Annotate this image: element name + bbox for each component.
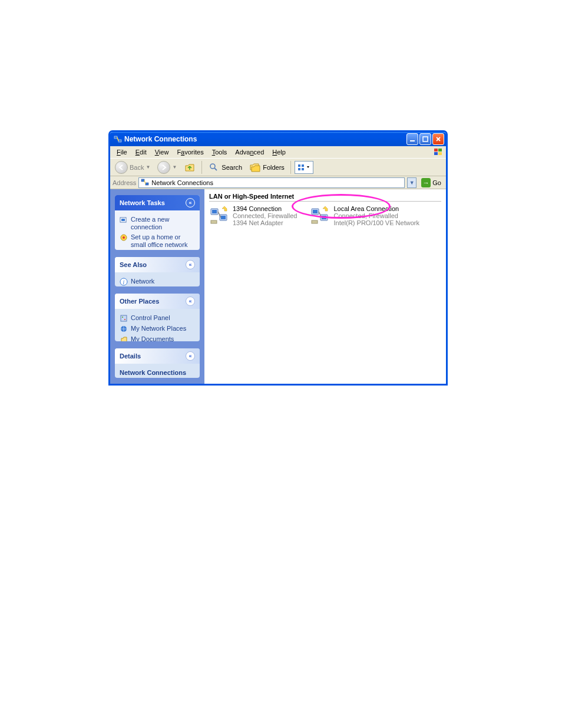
network-connections-icon: [114, 135, 122, 143]
control-panel-icon: [120, 314, 128, 322]
minimize-button[interactable]: [406, 133, 418, 145]
menu-advanced[interactable]: Advanced: [231, 147, 268, 157]
window-controls: [406, 133, 444, 145]
task-create-connection[interactable]: Create a new connection: [120, 215, 195, 232]
task-setup-network[interactable]: Set up a home or small office network: [120, 232, 195, 250]
back-label: Back: [130, 164, 144, 171]
content-area: LAN or High-Speed Internet: [204, 189, 446, 384]
toolbar-separator: [201, 161, 202, 174]
address-dropdown-button[interactable]: ▼: [407, 177, 416, 188]
titlebar[interactable]: Network Connections: [110, 132, 446, 146]
collapse-icon[interactable]: «: [186, 260, 195, 269]
close-button[interactable]: [432, 133, 444, 145]
svg-rect-7: [438, 152, 442, 155]
addressbar: Address Network Connections ▼ → Go: [110, 176, 446, 189]
menu-help[interactable]: Help: [268, 147, 290, 157]
menu-edit[interactable]: Edit: [131, 147, 151, 157]
svg-rect-35: [313, 210, 318, 213]
collapse-icon[interactable]: «: [186, 198, 195, 207]
go-button[interactable]: → Go: [419, 177, 444, 188]
toolbar: Back ▼ ▼ Search: [110, 158, 446, 176]
menu-file[interactable]: File: [113, 147, 131, 157]
connections-row: 1394 Connection Connected, Firewalled 13…: [209, 205, 441, 226]
folders-button[interactable]: Folders: [247, 160, 287, 174]
search-button[interactable]: Search: [206, 160, 244, 174]
panel-see-also: See Also « i Network Troubleshooter: [115, 257, 200, 286]
up-button[interactable]: [181, 160, 198, 174]
panel-header-see-also[interactable]: See Also «: [115, 257, 200, 272]
back-arrow-icon: [115, 161, 128, 174]
windows-flag-icon: [433, 147, 444, 157]
connection-device: Intel(R) PRO/100 VE Network: [333, 219, 419, 226]
panel-other-places: Other Places « Control Panel My N: [115, 294, 200, 341]
svg-rect-0: [114, 136, 117, 139]
search-label: Search: [222, 164, 242, 171]
network-places-icon: [120, 325, 128, 333]
address-label: Address: [113, 179, 136, 186]
go-arrow-icon: →: [421, 178, 431, 187]
folder-up-icon: [184, 162, 196, 173]
svg-rect-14: [146, 183, 148, 185]
toolbar-separator: [290, 161, 291, 174]
panel-header-other-places[interactable]: Other Places «: [115, 294, 200, 309]
panel-title: See Also: [120, 261, 147, 268]
svg-rect-37: [322, 216, 326, 219]
documents-icon: [120, 335, 128, 341]
link-network-troubleshooter[interactable]: i Network Troubleshooter: [120, 276, 195, 286]
svg-rect-12: [302, 168, 304, 170]
svg-rect-32: [221, 216, 226, 219]
connection-status: Connected, Firewalled: [333, 212, 419, 219]
address-input[interactable]: Network Connections: [138, 177, 405, 188]
network-connections-window: Network Connections File Edit View Favor…: [108, 130, 448, 386]
maximize-button[interactable]: [419, 133, 431, 145]
back-button[interactable]: Back ▼: [113, 160, 153, 175]
link-my-documents[interactable]: My Documents: [120, 334, 195, 341]
svg-rect-13: [141, 179, 144, 182]
menu-tools[interactable]: Tools: [208, 147, 232, 157]
svg-point-18: [123, 236, 125, 239]
collapse-icon[interactable]: «: [186, 297, 195, 306]
svg-rect-2: [410, 140, 415, 141]
panel-details: Details « Network Connections System Fol…: [115, 348, 200, 378]
forward-button[interactable]: ▼: [155, 160, 179, 175]
panel-title: Other Places: [120, 298, 159, 305]
connection-local-area[interactable]: Local Area Connection Connected, Firewal…: [310, 205, 419, 226]
collapse-icon[interactable]: «: [186, 351, 195, 361]
addressbar-connections-icon: [141, 178, 149, 187]
menu-favorites[interactable]: Favorites: [173, 147, 207, 157]
link-my-network-places[interactable]: My Network Places: [120, 324, 195, 334]
svg-rect-16: [121, 219, 125, 221]
network-setup-icon: [120, 233, 128, 242]
svg-rect-38: [312, 220, 318, 223]
connection-icon: [310, 205, 330, 225]
svg-rect-6: [434, 152, 438, 155]
svg-rect-33: [211, 220, 217, 223]
window-title: Network Connections: [124, 135, 406, 143]
folders-icon: [249, 162, 261, 173]
menu-view[interactable]: View: [151, 147, 173, 157]
svg-rect-3: [423, 137, 428, 141]
panel-header-network-tasks[interactable]: Network Tasks «: [115, 195, 200, 210]
details-type: System Folder: [120, 377, 195, 378]
connection-1394[interactable]: 1394 Connection Connected, Firewalled 13…: [209, 205, 297, 226]
svg-rect-30: [212, 210, 217, 213]
details-content: Network Connections System Folder: [120, 368, 195, 378]
info-icon: i: [120, 278, 128, 286]
forward-arrow-icon: [157, 161, 170, 174]
sidepanel: Network Tasks « Create a new connection: [110, 189, 204, 384]
svg-text:i: i: [123, 279, 125, 285]
svg-point-8: [210, 164, 215, 169]
folders-label: Folders: [263, 164, 285, 171]
panel-title: Network Tasks: [120, 199, 165, 206]
connection-icon: [209, 205, 229, 225]
connection-wizard-icon: [120, 216, 128, 224]
panel-title: Details: [120, 353, 141, 360]
details-name: Network Connections: [120, 369, 195, 377]
svg-rect-4: [434, 149, 438, 151]
panel-header-details[interactable]: Details «: [115, 348, 200, 364]
svg-rect-10: [302, 164, 304, 167]
link-control-panel[interactable]: Control Panel: [120, 313, 195, 324]
svg-point-24: [124, 319, 125, 320]
views-button[interactable]: [295, 161, 313, 174]
panel-network-tasks: Network Tasks « Create a new connection: [115, 195, 200, 250]
